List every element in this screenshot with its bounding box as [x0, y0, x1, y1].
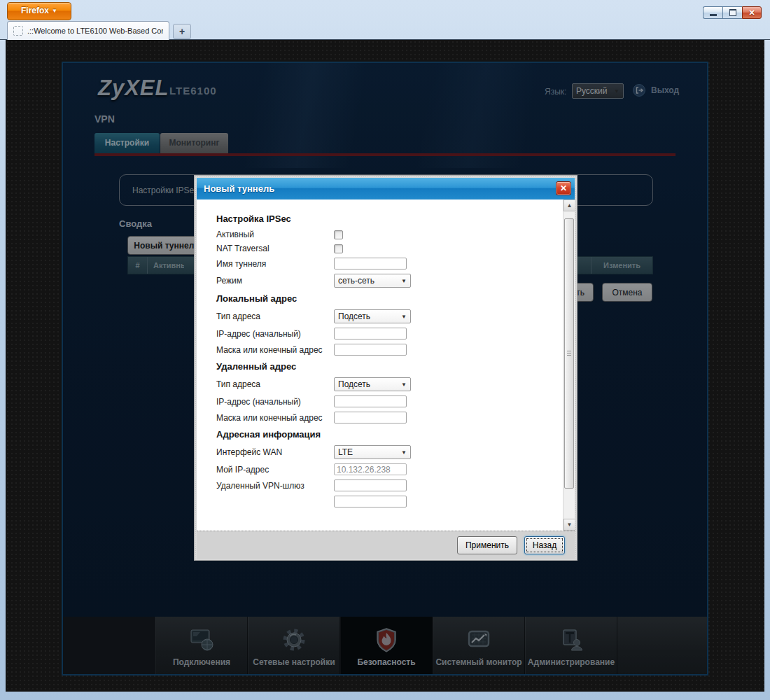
chevron-down-icon: ▼ — [401, 382, 407, 388]
firefox-menu-button[interactable]: Firefox▼ — [7, 2, 71, 20]
form-row: Режимсеть-сеть▼ — [216, 274, 556, 288]
section-title: Адресная информация — [216, 429, 556, 440]
remote-address-type-label: Тип адреса — [216, 379, 334, 389]
form-row: Маска или конечный адрес — [216, 344, 556, 356]
remote-mask-or-end-input[interactable] — [334, 412, 407, 424]
form-row: Активный — [216, 230, 556, 239]
tab-title: .::Welcome to LTE6100 Web-Based Confi... — [27, 27, 163, 35]
new-tunnel-dialog: Новый туннель ✕ Настройка IPSecАктивныйN… — [194, 175, 578, 561]
tunnel-name-input[interactable] — [334, 258, 407, 270]
my-ip-address-input[interactable] — [334, 463, 407, 475]
form-row: Маска или конечный адрес — [216, 412, 556, 424]
active-checkbox[interactable] — [334, 230, 343, 239]
tunnel-name-label: Имя туннеля — [216, 259, 334, 269]
form-row: Тип адресаПодсеть▼ — [216, 309, 556, 323]
remote-address-type-select[interactable]: Подсеть▼ — [334, 377, 411, 391]
section-title: Локальный адрес — [216, 293, 556, 304]
dialog-form: Настройка IPSecАктивныйNAT TraversalИмя … — [197, 200, 556, 512]
form-row: Мой IP-адрес — [216, 463, 556, 475]
dialog-back-button[interactable]: Назад — [524, 536, 565, 554]
remote-mask-or-end-label: Маска или конечный адрес — [216, 413, 334, 423]
remote-ip-start-input[interactable] — [334, 396, 407, 407]
form-row: Удаленный VPN-шлюз — [216, 479, 556, 491]
tab-strip: .::Welcome to LTE6100 Web-Based Confi...… — [0, 20, 770, 40]
dialog-close-button[interactable]: ✕ — [556, 181, 571, 195]
mode-label: Режим — [216, 276, 334, 286]
section-title: Настройка IPSec — [216, 214, 556, 224]
local-address-type-select[interactable]: Подсеть▼ — [334, 309, 411, 323]
wan-interface-select[interactable]: LTE▼ — [334, 445, 411, 459]
next-field-input[interactable] — [334, 496, 407, 507]
scrollbar-thumb[interactable] — [564, 218, 574, 489]
chevron-down-icon: ▼ — [52, 8, 57, 14]
form-row: NAT Traversal — [216, 244, 556, 253]
local-ip-start-label: IP-адрес (начальный) — [216, 329, 334, 339]
local-mask-or-end-label: Маска или конечный адрес — [216, 345, 334, 355]
nat-traversal-label: NAT Traversal — [216, 244, 334, 253]
favicon-placeholder-icon — [13, 26, 23, 36]
restore-icon — [729, 9, 736, 16]
minimize-icon — [710, 14, 717, 16]
close-icon: ✕ — [560, 183, 567, 193]
my-ip-address-label: Мой IP-адрес — [216, 465, 334, 475]
dialog-apply-button[interactable]: Применить — [457, 536, 517, 554]
local-mask-or-end-input[interactable] — [334, 344, 407, 356]
section-title: Удаленный адрес — [216, 361, 556, 372]
form-row: Интерфейс WANLTE▼ — [216, 445, 556, 459]
mode-select-value: сеть-сеть — [338, 276, 374, 286]
dialog-titlebar: Новый туннель ✕ — [197, 178, 575, 200]
dialog-title: Новый туннель — [197, 183, 274, 194]
scroll-down-icon[interactable]: ▼ — [564, 519, 575, 531]
window-controls: ✕ — [703, 6, 762, 19]
restore-button[interactable] — [722, 6, 742, 19]
form-row: Тип адресаПодсеть▼ — [216, 377, 556, 391]
close-icon: ✕ — [748, 9, 755, 17]
window-titlebar: Firefox▼ ✕ .::Welcome to LTE6100 Web-Bas… — [0, 0, 770, 40]
local-address-type-select-value: Подсеть — [338, 312, 370, 321]
dialog-scrollbar[interactable]: ▲ ▼ — [563, 200, 575, 531]
chevron-down-icon: ▼ — [401, 314, 407, 320]
form-row: IP-адрес (начальный) — [216, 396, 556, 407]
nat-traversal-checkbox[interactable] — [334, 244, 343, 253]
form-row: IP-адрес (начальный) — [216, 328, 556, 340]
wan-interface-select-value: LTE — [338, 447, 353, 457]
remote-ip-start-label: IP-адрес (начальный) — [216, 397, 334, 407]
local-ip-start-input[interactable] — [334, 328, 407, 340]
chevron-down-icon: ▼ — [401, 449, 407, 456]
chevron-down-icon: ▼ — [401, 278, 407, 284]
new-tab-button[interactable]: + — [173, 24, 191, 39]
close-button[interactable]: ✕ — [742, 6, 762, 19]
dialog-content: Настройка IPSecАктивныйNAT TraversalИмя … — [197, 200, 575, 531]
active-label: Активный — [216, 230, 334, 239]
form-row: Имя туннеля — [216, 258, 556, 270]
remote-address-type-select-value: Подсеть — [338, 379, 370, 389]
remote-vpn-gateway-input[interactable] — [334, 479, 407, 491]
minimize-button[interactable] — [703, 6, 722, 19]
remote-vpn-gateway-label: Удаленный VPN-шлюз — [216, 481, 334, 491]
form-row — [216, 496, 556, 507]
browser-viewport: ZyXEL LTE6100 Язык: Русский ▼ Выход VPN … — [6, 40, 764, 692]
wan-interface-label: Интерфейс WAN — [216, 447, 334, 457]
dialog-footer: Применить Назад — [197, 531, 575, 559]
browser-tab[interactable]: .::Welcome to LTE6100 Web-Based Confi... — [7, 21, 169, 40]
mode-select[interactable]: сеть-сеть▼ — [334, 274, 411, 288]
local-address-type-label: Тип адреса — [216, 312, 334, 321]
scroll-up-icon[interactable]: ▲ — [564, 200, 575, 211]
